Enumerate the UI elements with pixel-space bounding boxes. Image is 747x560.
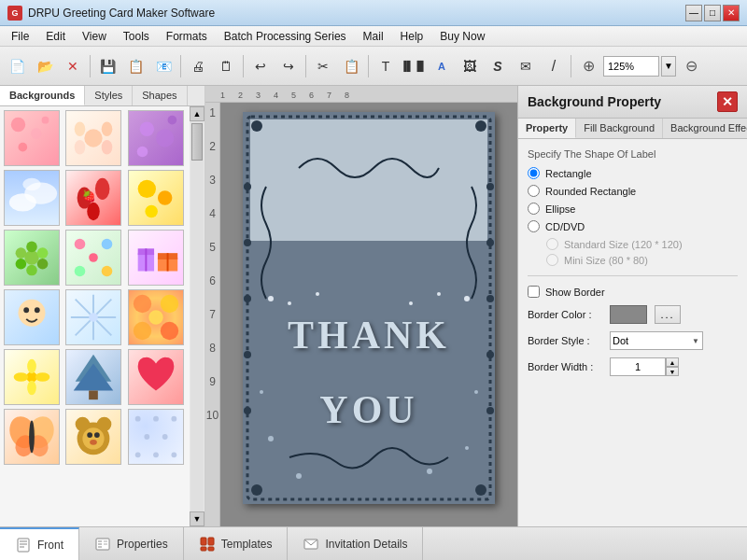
thumbnail-1[interactable] <box>4 110 60 166</box>
mail-button[interactable]: ✉ <box>513 53 539 79</box>
close-doc-button[interactable]: ✕ <box>60 53 86 79</box>
border-color-swatch[interactable] <box>610 305 647 324</box>
scroll-track <box>190 121 204 511</box>
signature-button[interactable]: S <box>485 53 511 79</box>
undo-button[interactable]: ↩ <box>247 53 274 79</box>
thumbnail-16[interactable] <box>4 409 60 465</box>
thumbnail-9[interactable] <box>128 230 184 286</box>
tab-backgrounds[interactable]: Backgrounds <box>0 86 85 105</box>
status-tab-front[interactable]: Front <box>0 527 79 560</box>
thumbnail-12[interactable] <box>128 289 184 345</box>
status-tab-properties[interactable]: Properties <box>79 527 184 560</box>
svg-point-53 <box>148 310 162 324</box>
front-icon <box>15 537 32 553</box>
save-all-button[interactable]: 📋 <box>122 53 148 79</box>
sep1 <box>90 55 91 77</box>
menu-view[interactable]: View <box>75 28 114 45</box>
thumbnail-6[interactable] <box>128 170 184 226</box>
print-prev-button[interactable]: 🗒 <box>213 53 239 79</box>
thumbnail-7[interactable] <box>4 230 60 286</box>
paste-button[interactable]: 📋 <box>338 53 364 79</box>
border-width-up-button[interactable]: ▲ <box>666 357 679 367</box>
email-button[interactable]: 📧 <box>150 53 176 79</box>
app-title: DRPU Greeting Card Maker Software <box>28 7 215 20</box>
menu-edit[interactable]: Edit <box>38 28 73 45</box>
cut-button[interactable]: ✂ <box>310 53 336 79</box>
menu-help[interactable]: Help <box>393 28 431 45</box>
status-tab-templates[interactable]: Templates <box>184 527 289 560</box>
image-button[interactable]: 🖼 <box>457 53 483 79</box>
thumbnail-13[interactable] <box>4 349 60 405</box>
thumbnail-15[interactable] <box>128 349 184 405</box>
print-button[interactable]: 🖨 <box>185 53 211 79</box>
tab-shapes[interactable]: Shapes <box>133 86 187 105</box>
menu-mail[interactable]: Mail <box>356 28 391 45</box>
border-width-input[interactable]: 1 <box>610 357 666 376</box>
save-button[interactable]: 💾 <box>94 53 120 79</box>
templates-icon <box>199 536 216 553</box>
maximize-button[interactable]: □ <box>704 5 721 21</box>
thumbnail-17[interactable] <box>65 409 121 465</box>
close-panel-button[interactable]: ✕ <box>717 91 738 112</box>
zoom-dropdown-button[interactable]: ▼ <box>661 56 676 77</box>
canvas-wrapper[interactable]: THANK YOU <box>220 103 517 526</box>
radio-rounded-rectangle[interactable] <box>528 185 540 197</box>
border-width-down-button[interactable]: ▼ <box>666 367 679 376</box>
radio-ellipse[interactable] <box>528 203 540 215</box>
thumbnail-8[interactable] <box>65 230 121 286</box>
tab-styles[interactable]: Styles <box>85 86 133 105</box>
status-tab-invitation-label: Invitation Details <box>325 538 407 551</box>
menu-file[interactable]: File <box>4 28 36 45</box>
thumbnail-4[interactable] <box>4 170 60 226</box>
svg-point-105 <box>268 436 274 441</box>
menu-buynow[interactable]: Buy Now <box>432 28 492 45</box>
barcode-button[interactable]: ▐▌▐▌ <box>401 53 427 79</box>
menu-tools[interactable]: Tools <box>116 28 157 45</box>
svg-point-73 <box>90 440 97 445</box>
radio-standard-size[interactable] <box>546 238 558 250</box>
label-rounded-rectangle: Rounded Rectangle <box>545 186 636 197</box>
tab-fill-background[interactable]: Fill Background <box>576 119 663 138</box>
new-button[interactable]: 📄 <box>4 53 30 79</box>
radio-cddvd[interactable] <box>528 220 540 232</box>
status-tab-properties-label: Properties <box>117 538 168 551</box>
title-bar-controls[interactable]: — □ ✕ <box>685 5 740 21</box>
thumbnail-10[interactable] <box>4 289 60 345</box>
border-color-picker-button[interactable]: ... <box>655 305 681 324</box>
svg-point-78 <box>162 434 167 440</box>
scroll-down-button[interactable]: ▼ <box>190 511 204 526</box>
thumbnail-2[interactable] <box>65 110 121 166</box>
ruler-tick: 3 <box>256 91 274 102</box>
line-button[interactable]: / <box>541 53 567 79</box>
svg-point-29 <box>16 247 27 259</box>
card-canvas[interactable]: THANK YOU <box>243 112 495 504</box>
checkbox-show-border[interactable] <box>528 286 540 298</box>
svg-point-68 <box>76 417 90 431</box>
tab-background-effects[interactable]: Background Effects <box>663 119 747 138</box>
thumbnail-14[interactable] <box>65 349 121 405</box>
zoom-in-button[interactable]: ⊕ <box>575 53 601 79</box>
thumbnail-3[interactable] <box>128 110 184 166</box>
menu-batch[interactable]: Batch Processing Series <box>217 28 354 45</box>
wordart-button[interactable]: A <box>429 53 455 79</box>
zoom-out-button[interactable]: ⊖ <box>678 53 704 79</box>
thumbnail-11[interactable] <box>65 289 121 345</box>
redo-button[interactable]: ↪ <box>275 53 302 79</box>
radio-mini-size[interactable] <box>546 254 558 266</box>
svg-point-89 <box>244 295 251 302</box>
scroll-thumb[interactable] <box>191 123 203 161</box>
thumbnail-18[interactable] <box>128 409 184 465</box>
text-button[interactable]: T <box>373 53 399 79</box>
open-button[interactable]: 📂 <box>32 53 58 79</box>
label-standard-size: Standard Size (120 * 120) <box>564 239 683 250</box>
border-style-select[interactable]: Solid Dot Dash DashDot DashDotDot <box>610 331 703 350</box>
scroll-up-button[interactable]: ▲ <box>190 106 204 121</box>
minimize-button[interactable]: — <box>685 5 702 21</box>
close-window-button[interactable]: ✕ <box>723 5 740 21</box>
thumbnail-5[interactable]: 🍓 <box>65 170 121 226</box>
radio-rectangle[interactable] <box>528 167 540 179</box>
status-tab-invitation[interactable]: Invitation Details <box>288 527 423 560</box>
menu-formats[interactable]: Formats <box>159 28 215 45</box>
tab-property[interactable]: Property <box>518 119 576 138</box>
svg-text:🍓: 🍓 <box>83 189 97 203</box>
